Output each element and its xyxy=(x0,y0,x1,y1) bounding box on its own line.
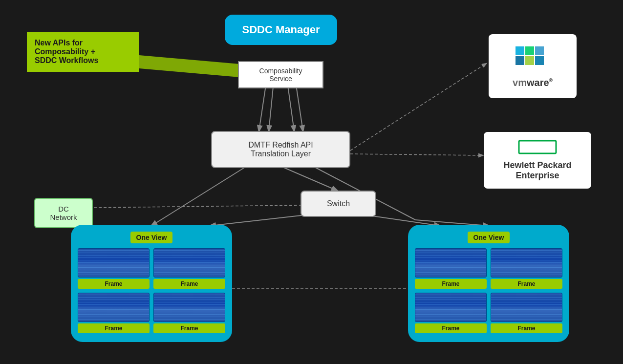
svg-rect-15 xyxy=(516,46,524,55)
server-item-6: Frame xyxy=(491,248,562,289)
hpe-logo-area: Hewlett PackardEnterprise xyxy=(484,132,591,189)
hpe-text: Hewlett PackardEnterprise xyxy=(494,160,581,181)
new-apis-box: New APIs forComposability +SDDC Workflow… xyxy=(27,32,139,72)
svg-line-3 xyxy=(287,82,294,131)
svg-rect-17 xyxy=(535,46,544,55)
cluster-left: One View Frame Frame Frame Frame xyxy=(71,225,232,342)
composability-service-label: ComposabilityService xyxy=(259,67,302,83)
svg-line-13 xyxy=(94,205,301,208)
server-item-1: Frame xyxy=(78,248,150,289)
svg-rect-19 xyxy=(525,56,534,65)
frame-label-7: Frame xyxy=(415,323,487,333)
svg-rect-20 xyxy=(535,56,544,65)
frame-label-4: Frame xyxy=(153,323,225,333)
hpe-icon xyxy=(518,140,557,154)
frame-label-8: Frame xyxy=(491,323,562,333)
server-item-4: Frame xyxy=(153,293,225,333)
server-rack-4 xyxy=(153,293,225,322)
dc-network-label: DCNetwork xyxy=(50,205,77,221)
svg-rect-18 xyxy=(516,56,524,65)
svg-rect-21 xyxy=(519,141,556,153)
vmware-logo-area: vmware® xyxy=(489,34,577,98)
vmware-text: vmware® xyxy=(498,77,567,88)
server-rack-8 xyxy=(491,293,562,322)
new-apis-label: New APIs forComposability +SDDC Workflow… xyxy=(35,39,98,64)
svg-rect-16 xyxy=(525,46,534,55)
frame-label-3: Frame xyxy=(78,323,150,333)
vmware-icon xyxy=(513,44,552,73)
sddc-manager-box: SDDC Manager xyxy=(225,15,337,45)
sddc-manager-label: SDDC Manager xyxy=(242,23,320,36)
dmtf-label: DMTF Redfish APITranslation Layer xyxy=(248,141,313,158)
svg-line-4 xyxy=(296,82,303,131)
frame-label-6: Frame xyxy=(491,279,562,289)
switch-label: Switch xyxy=(327,199,350,208)
server-rack-6 xyxy=(491,248,562,278)
server-item-7: Frame xyxy=(415,293,487,333)
server-rack-1 xyxy=(78,248,150,278)
server-item-2: Frame xyxy=(153,248,225,289)
frames-grid-left: Frame Frame Frame Frame xyxy=(78,248,225,333)
server-rack-5 xyxy=(415,248,487,278)
dmtf-box: DMTF Redfish APITranslation Layer xyxy=(211,131,350,168)
svg-line-6 xyxy=(350,154,483,155)
server-item-5: Frame xyxy=(415,248,487,289)
composability-service-box: ComposabilityService xyxy=(238,61,323,88)
svg-line-7 xyxy=(280,166,337,191)
one-view-label-left: One View xyxy=(130,232,173,243)
frame-label-1: Frame xyxy=(78,279,150,289)
cluster-right: One View Frame Frame Frame Frame xyxy=(408,225,569,342)
svg-line-5 xyxy=(350,64,486,150)
server-item-3: Frame xyxy=(78,293,150,333)
server-rack-2 xyxy=(153,248,225,278)
server-rack-7 xyxy=(415,293,487,322)
frames-grid-right: Frame Frame Frame Frame xyxy=(415,248,562,333)
server-rack-3 xyxy=(78,293,150,322)
frame-label-5: Frame xyxy=(415,279,487,289)
server-item-8: Frame xyxy=(491,293,562,333)
frame-label-2: Frame xyxy=(153,279,225,289)
svg-line-2 xyxy=(269,82,274,131)
svg-line-1 xyxy=(259,82,266,131)
dc-network-box: DCNetwork xyxy=(34,198,93,228)
diagram: SDDC Manager ComposabilityService New AP… xyxy=(0,0,623,364)
svg-line-8 xyxy=(151,166,247,226)
switch-box: Switch xyxy=(301,191,376,217)
one-view-label-right: One View xyxy=(468,232,510,243)
